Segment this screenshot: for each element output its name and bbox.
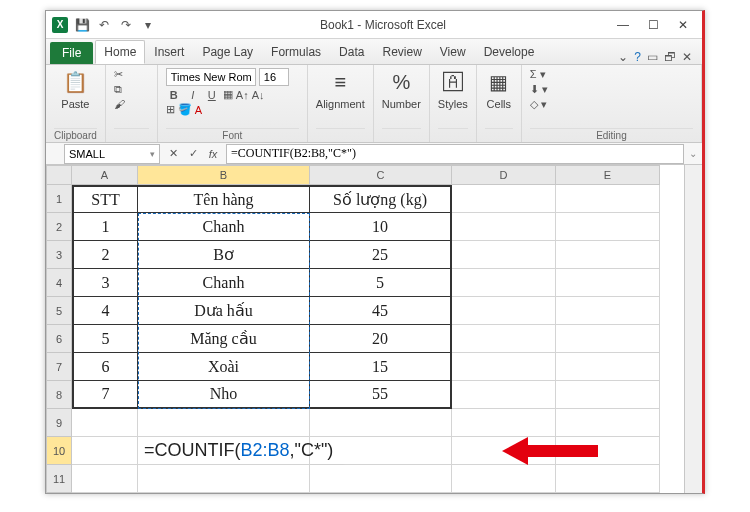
cell[interactable]: 25 [310,241,452,269]
name-box[interactable]: SMALL▾ [64,144,160,164]
row-header[interactable]: 5 [46,297,72,325]
cell[interactable] [452,269,556,297]
cell[interactable] [452,353,556,381]
tab-formulas[interactable]: Formulas [262,40,330,64]
cell[interactable] [452,409,556,437]
qat-dropdown-icon[interactable]: ▾ [140,17,156,33]
bold-button[interactable]: B [166,89,182,101]
doc-restore-icon[interactable]: 🗗 [664,50,676,64]
help-icon[interactable]: ? [634,50,641,64]
save-icon[interactable]: 💾 [74,17,90,33]
styles-button[interactable]: 🄰Styles [438,68,468,110]
row-header[interactable]: 6 [46,325,72,353]
col-header[interactable]: B [138,165,310,185]
cell[interactable]: Xoài [138,353,310,381]
select-all-corner[interactable] [46,165,72,185]
border-button[interactable]: ▦ [223,88,233,101]
cell[interactable] [452,297,556,325]
grow-font-icon[interactable]: A↑ [236,89,249,101]
cell[interactable] [556,325,660,353]
autosum-icon[interactable]: Σ ▾ [530,68,546,81]
row-header[interactable]: 1 [46,185,72,213]
formula-expand-icon[interactable]: ⌄ [684,148,702,159]
tab-insert[interactable]: Insert [145,40,193,64]
row-header[interactable]: 9 [46,409,72,437]
formula-input[interactable]: =COUNTIF(B2:B8,"C*") [226,144,684,164]
vertical-scrollbar[interactable] [684,165,702,493]
cell[interactable]: 10 [310,213,452,241]
cell[interactable]: Chanh [138,269,310,297]
cell[interactable]: Bơ [138,241,310,269]
cell[interactable] [72,465,138,493]
cell[interactable] [556,381,660,409]
number-button[interactable]: %Number [382,68,421,110]
font-size-select[interactable] [259,68,289,86]
redo-icon[interactable]: ↷ [118,17,134,33]
row-header[interactable]: 10 [46,437,72,465]
shrink-font-icon[interactable]: A↓ [252,89,265,101]
font-name-select[interactable] [166,68,256,86]
cell[interactable] [138,465,310,493]
cell[interactable] [556,437,660,465]
active-cell-b10[interactable]: =COUNTIF(B2:B8,"C*") [138,437,310,465]
cell[interactable] [452,213,556,241]
maximize-button[interactable]: ☐ [640,15,666,35]
minimize-button[interactable]: — [610,15,636,35]
cell[interactable]: 45 [310,297,452,325]
row-header[interactable]: 8 [46,381,72,409]
tab-developer[interactable]: Develope [475,40,544,64]
cell[interactable] [452,465,556,493]
cells-button[interactable]: ▦Cells [485,68,513,110]
fx-icon[interactable]: fx [204,145,222,163]
cell[interactable] [310,409,452,437]
borders-icon[interactable]: ⊞ [166,103,175,116]
cell[interactable] [138,409,310,437]
italic-button[interactable]: I [185,89,201,101]
cell[interactable] [556,409,660,437]
close-button[interactable]: ✕ [670,15,696,35]
cell[interactable]: Tên hàng [138,185,310,213]
underline-button[interactable]: U [204,89,220,101]
cell[interactable]: STT [72,185,138,213]
cell[interactable]: Măng cầu [138,325,310,353]
cell[interactable]: 55 [310,381,452,409]
doc-close-icon[interactable]: ✕ [682,50,692,64]
cell[interactable]: 1 [72,213,138,241]
row-header[interactable]: 11 [46,465,72,493]
tab-view[interactable]: View [431,40,475,64]
cell[interactable]: 20 [310,325,452,353]
cell[interactable]: Dưa hấu [138,297,310,325]
tab-review[interactable]: Review [373,40,430,64]
cell[interactable] [556,213,660,241]
row-header[interactable]: 2 [46,213,72,241]
cell[interactable] [452,241,556,269]
cell[interactable]: Nho [138,381,310,409]
cell[interactable]: Số lượng (kg) [310,185,452,213]
cell[interactable] [556,241,660,269]
cell[interactable] [452,381,556,409]
tab-home[interactable]: Home [95,40,145,64]
font-color-icon[interactable]: A [195,104,202,116]
cell[interactable] [72,437,138,465]
row-header[interactable]: 7 [46,353,72,381]
cut-icon[interactable]: ✂ [114,68,123,81]
cell[interactable] [556,353,660,381]
enter-formula-icon[interactable]: ✓ [184,145,202,163]
col-header[interactable]: E [556,165,660,185]
cell[interactable]: 3 [72,269,138,297]
file-tab[interactable]: File [50,42,93,64]
tab-pagelayout[interactable]: Page Lay [193,40,262,64]
cell[interactable]: 15 [310,353,452,381]
row-header[interactable]: 4 [46,269,72,297]
cell[interactable] [452,437,556,465]
cell[interactable]: 6 [72,353,138,381]
tab-data[interactable]: Data [330,40,373,64]
cell[interactable] [452,325,556,353]
cell[interactable]: 2 [72,241,138,269]
cell[interactable] [556,269,660,297]
cell[interactable]: 5 [310,269,452,297]
cell[interactable]: 5 [72,325,138,353]
fill-color-icon[interactable]: 🪣 [178,103,192,116]
cell[interactable]: Chanh [138,213,310,241]
cell[interactable] [452,185,556,213]
